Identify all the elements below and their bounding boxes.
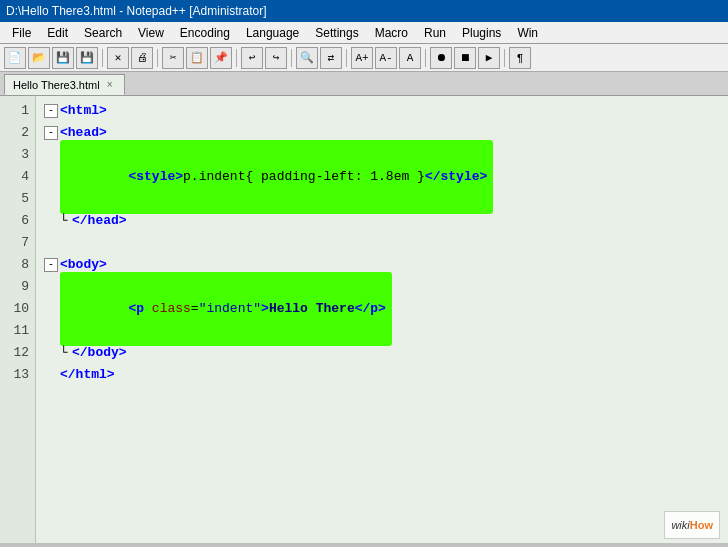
p-text-content: Hello There bbox=[269, 301, 355, 316]
btn-paste[interactable]: 📌 bbox=[210, 47, 232, 69]
fold-2[interactable]: - bbox=[44, 126, 58, 140]
menu-language[interactable]: Language bbox=[238, 24, 307, 42]
menu-encoding[interactable]: Encoding bbox=[172, 24, 238, 42]
sep7 bbox=[504, 49, 505, 67]
tab-label: Hello There3.html bbox=[13, 79, 100, 91]
tag-head-close: </head> bbox=[72, 210, 127, 232]
line-7-empty bbox=[44, 232, 52, 254]
btn-macro-stop[interactable]: ⏹ bbox=[454, 47, 476, 69]
attr-class-name: class bbox=[152, 301, 191, 316]
btn-save[interactable]: 💾 bbox=[52, 47, 74, 69]
btn-open[interactable]: 📂 bbox=[28, 47, 50, 69]
tag-html-close: </html> bbox=[60, 364, 115, 386]
line-num: 4 bbox=[6, 166, 29, 188]
btn-cut[interactable]: ✂ bbox=[162, 47, 184, 69]
line-num: 7 bbox=[6, 232, 29, 254]
sep4 bbox=[291, 49, 292, 67]
code-line-13: </html> bbox=[44, 364, 720, 386]
title-bar: D:\Hello There3.html - Notepad++ [Admini… bbox=[0, 0, 728, 22]
btn-new[interactable]: 📄 bbox=[4, 47, 26, 69]
btn-close[interactable]: ✕ bbox=[107, 47, 129, 69]
line-numbers: 1 2 3 4 5 6 7 8 9 10 11 12 13 bbox=[0, 96, 36, 543]
btn-zoom-reset[interactable]: A bbox=[399, 47, 421, 69]
btn-find[interactable]: 🔍 bbox=[296, 47, 318, 69]
code-content[interactable]: - <html> - <head> <style>p.indent{ paddi… bbox=[36, 96, 728, 543]
attr-class-val: "indent" bbox=[199, 301, 261, 316]
menu-edit[interactable]: Edit bbox=[39, 24, 76, 42]
btn-replace[interactable]: ⇄ bbox=[320, 47, 342, 69]
style-content: p.indent{ padding-left: 1.8em } bbox=[183, 169, 425, 184]
code-line-7 bbox=[44, 232, 720, 254]
code-line-1: - <html> bbox=[44, 100, 720, 122]
sep5 bbox=[346, 49, 347, 67]
menu-macro[interactable]: Macro bbox=[367, 24, 416, 42]
line-6-indent-marker: └ bbox=[60, 210, 72, 232]
btn-macro-rec[interactable]: ⏺ bbox=[430, 47, 452, 69]
line-num: 10 bbox=[6, 298, 29, 320]
menu-win[interactable]: Win bbox=[509, 24, 546, 42]
sep1 bbox=[102, 49, 103, 67]
line-num: 8 bbox=[6, 254, 29, 276]
menu-view[interactable]: View bbox=[130, 24, 172, 42]
btn-wrap[interactable]: ¶ bbox=[509, 47, 531, 69]
tag-style-close: </style> bbox=[425, 169, 487, 184]
tag-html-open: <html> bbox=[60, 100, 107, 122]
title-text: D:\Hello There3.html - Notepad++ [Admini… bbox=[6, 4, 267, 18]
menu-search[interactable]: Search bbox=[76, 24, 130, 42]
btn-zoom-out[interactable]: A- bbox=[375, 47, 397, 69]
tag-p-open-bracket: <p bbox=[128, 301, 151, 316]
line-num: 11 bbox=[6, 320, 29, 342]
tab-bar: Hello There3.html × bbox=[0, 72, 728, 96]
line-num: 2 bbox=[6, 122, 29, 144]
tag-p-close-bracket: > bbox=[261, 301, 269, 316]
btn-copy[interactable]: 📋 bbox=[186, 47, 208, 69]
tag-body-close: </body> bbox=[72, 342, 127, 364]
highlight-style-line: <style>p.indent{ padding-left: 1.8em }</… bbox=[60, 140, 493, 214]
btn-print[interactable]: 🖨 bbox=[131, 47, 153, 69]
menu-file[interactable]: File bbox=[4, 24, 39, 42]
watermark: wikiHow bbox=[664, 511, 720, 539]
code-line-4: <style>p.indent{ padding-left: 1.8em }</… bbox=[44, 166, 720, 188]
btn-zoom-in[interactable]: A+ bbox=[351, 47, 373, 69]
code-line-10: <p class="indent">Hello There</p> bbox=[44, 298, 720, 320]
line-5-empty bbox=[44, 188, 52, 210]
line-num: 13 bbox=[6, 364, 29, 386]
tag-style-open: <style> bbox=[128, 169, 183, 184]
code-area: 1 2 3 4 5 6 7 8 9 10 11 12 13 - <html> -… bbox=[0, 96, 728, 543]
menu-bar: File Edit Search View Encoding Language … bbox=[0, 22, 728, 44]
line-num: 9 bbox=[6, 276, 29, 298]
line-num: 1 bbox=[6, 100, 29, 122]
sep2 bbox=[157, 49, 158, 67]
line-9-empty bbox=[44, 276, 52, 298]
btn-redo[interactable]: ↪ bbox=[265, 47, 287, 69]
line-num: 6 bbox=[6, 210, 29, 232]
sep3 bbox=[236, 49, 237, 67]
sep6 bbox=[425, 49, 426, 67]
line-11-empty bbox=[44, 320, 52, 342]
toolbar1: 📄 📂 💾 💾 ✕ 🖨 ✂ 📋 📌 ↩ ↪ 🔍 ⇄ A+ A- A ⏺ ⏹ ▶ … bbox=[0, 44, 728, 72]
fold-1[interactable]: - bbox=[44, 104, 58, 118]
btn-save-all[interactable]: 💾 bbox=[76, 47, 98, 69]
line-num: 5 bbox=[6, 188, 29, 210]
tab-close-icon[interactable]: × bbox=[104, 79, 116, 91]
line-num: 12 bbox=[6, 342, 29, 364]
line-num: 3 bbox=[6, 144, 29, 166]
menu-run[interactable]: Run bbox=[416, 24, 454, 42]
menu-plugins[interactable]: Plugins bbox=[454, 24, 509, 42]
tag-p-close: </p> bbox=[355, 301, 386, 316]
tab-file[interactable]: Hello There3.html × bbox=[4, 74, 125, 95]
line-12-indent-marker: └ bbox=[60, 342, 72, 364]
highlight-p-line: <p class="indent">Hello There</p> bbox=[60, 272, 392, 346]
btn-undo[interactable]: ↩ bbox=[241, 47, 263, 69]
menu-settings[interactable]: Settings bbox=[307, 24, 366, 42]
watermark-how: How bbox=[690, 519, 713, 531]
fold-8[interactable]: - bbox=[44, 258, 58, 272]
watermark-wiki: wiki bbox=[671, 519, 689, 531]
line-3-empty bbox=[44, 144, 52, 166]
btn-macro-play[interactable]: ▶ bbox=[478, 47, 500, 69]
attr-eq: = bbox=[191, 301, 199, 316]
